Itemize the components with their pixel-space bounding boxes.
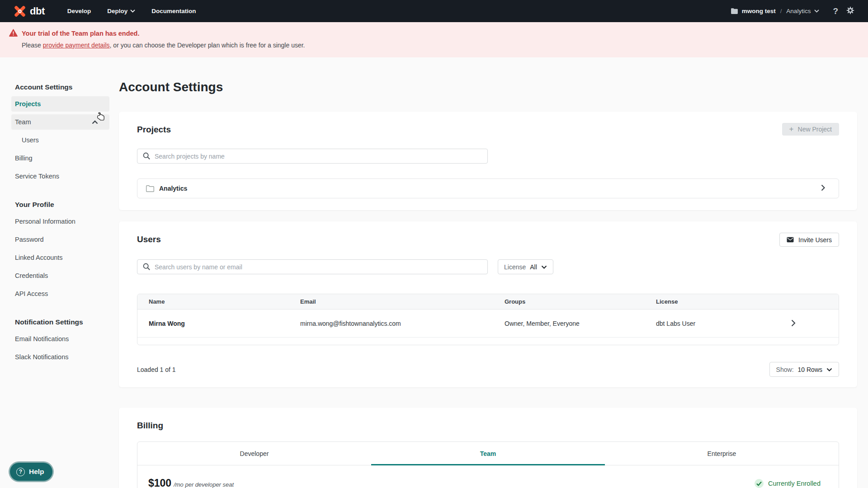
page-title: Account Settings	[119, 78, 223, 96]
plan-price: $100 /mo per developer seat	[148, 477, 234, 488]
sidebar: Account Settings Projects Team Users Bil…	[11, 78, 109, 367]
license-filter[interactable]: License All	[498, 259, 553, 274]
payment-details-link[interactable]: provide payment details	[43, 42, 110, 49]
users-section: Users Invite Users License All Name Emai…	[119, 221, 857, 387]
help-icon[interactable]: ?	[833, 6, 838, 16]
projects-section: Projects + New Project Analytics	[119, 112, 857, 210]
dbt-logo[interactable]: dbt	[13, 5, 45, 18]
sidebar-item-billing[interactable]: Billing	[11, 150, 109, 166]
sidebar-item-projects[interactable]: Projects	[11, 96, 109, 112]
sidebar-item-personal-information[interactable]: Personal Information	[11, 214, 109, 229]
column-groups: Groups	[493, 298, 645, 305]
sidebar-item-linked-accounts[interactable]: Linked Accounts	[11, 250, 109, 265]
folder-icon	[146, 185, 155, 192]
chevron-down-icon	[826, 368, 832, 371]
chevron-right-icon	[791, 319, 796, 328]
chevron-down-icon	[541, 265, 547, 269]
users-table: Name Email Groups License Mirna Wong mir…	[137, 294, 839, 345]
top-nav: dbt Develop Deploy Documentation mwong t…	[0, 0, 868, 22]
new-project-button[interactable]: + New Project	[782, 123, 839, 136]
invite-users-button[interactable]: Invite Users	[779, 233, 839, 247]
sidebar-heading-notification-settings: Notification Settings	[11, 313, 109, 331]
price-amount: $100	[148, 477, 171, 488]
search-icon	[142, 263, 151, 272]
sidebar-heading-account-settings: Account Settings	[11, 78, 109, 96]
tab-developer[interactable]: Developer	[137, 442, 371, 465]
folder-icon	[731, 8, 738, 14]
question-icon: ?	[16, 468, 25, 476]
show-rows-dropdown[interactable]: Show: 10 Rows	[769, 362, 839, 377]
users-footer: Loaded 1 of 1 Show: 10 Rows	[137, 362, 839, 377]
user-groups: Owner, Member, Everyone	[493, 320, 645, 327]
billing-tabs: Developer Team Enterprise	[137, 442, 839, 465]
user-email: mirna.wong@fishtownanalytics.com	[289, 320, 493, 327]
user-name: Mirna Wong	[137, 320, 289, 327]
help-button[interactable]: ? Help	[10, 463, 52, 481]
nav-develop[interactable]: Develop	[67, 8, 91, 14]
sidebar-item-service-tokens[interactable]: Service Tokens	[11, 169, 109, 184]
nav-documentation[interactable]: Documentation	[151, 8, 196, 14]
sidebar-heading-your-profile: Your Profile	[11, 196, 109, 214]
project-name: Analytics	[786, 8, 811, 14]
tab-enterprise[interactable]: Enterprise	[605, 442, 839, 465]
envelope-icon	[787, 237, 794, 243]
projects-search-input[interactable]	[137, 149, 488, 164]
sidebar-item-password[interactable]: Password	[11, 232, 109, 247]
users-heading: Users	[137, 234, 839, 245]
gear-icon[interactable]	[846, 6, 854, 16]
billing-heading: Billing	[137, 420, 839, 431]
account-name: mwong test	[742, 8, 776, 14]
project-row-analytics[interactable]: Analytics	[137, 178, 839, 198]
sidebar-item-users[interactable]: Users	[11, 132, 109, 148]
nav-deploy[interactable]: Deploy	[107, 8, 135, 14]
sidebar-item-team[interactable]: Team	[11, 114, 109, 130]
brand-text: dbt	[30, 5, 45, 17]
banner-title: Your trial of the Team plan has ended.	[22, 28, 859, 38]
breadcrumb-separator: /	[779, 8, 783, 14]
column-name: Name	[137, 298, 289, 305]
sidebar-item-credentials[interactable]: Credentials	[11, 268, 109, 283]
trial-ended-banner: Your trial of the Team plan has ended. P…	[0, 22, 868, 57]
sidebar-item-slack-notifications[interactable]: Slack Notifications	[11, 349, 109, 365]
enrolled-status: Currently Enrolled	[754, 479, 821, 488]
nav-right: mwong test / Analytics ?	[731, 6, 854, 16]
plus-icon: +	[789, 125, 794, 134]
search-icon	[142, 152, 151, 162]
users-search	[137, 259, 488, 274]
users-search-input[interactable]	[137, 259, 488, 274]
check-circle-icon	[754, 479, 764, 488]
banner-body: Please provide payment details, or you c…	[22, 40, 859, 50]
billing-plans: Developer Team Enterprise $100 /mo per d…	[137, 441, 839, 488]
project-name: Analytics	[159, 185, 187, 192]
user-row[interactable]: Mirna Wong mirna.wong@fishtownanalytics.…	[137, 310, 839, 338]
warning-icon	[9, 29, 18, 38]
dbt-logo-icon	[13, 5, 27, 18]
user-license: dbt Labs User	[645, 320, 839, 327]
price-suffix: /mo per developer seat	[174, 481, 234, 488]
billing-plan-details: $100 /mo per developer seat Currently En…	[137, 465, 839, 488]
projects-search	[137, 149, 488, 164]
column-license: License	[645, 298, 839, 305]
mouse-cursor	[97, 112, 108, 125]
sidebar-item-email-notifications[interactable]: Email Notifications	[11, 331, 109, 347]
chevron-right-icon	[821, 184, 825, 193]
sidebar-item-api-access[interactable]: API Access	[11, 286, 109, 301]
account-switcher[interactable]: mwong test / Analytics	[731, 8, 820, 14]
nav-links: Develop Deploy Documentation	[67, 8, 196, 14]
column-email: Email	[289, 298, 493, 305]
billing-section: Billing Developer Team Enterprise $100 /…	[119, 408, 857, 488]
tab-team[interactable]: Team	[371, 442, 605, 465]
chevron-down-icon	[130, 9, 135, 13]
chevron-down-icon	[814, 9, 819, 13]
projects-heading: Projects	[137, 124, 839, 135]
loaded-count: Loaded 1 of 1	[137, 366, 176, 373]
users-filters: License All	[137, 259, 839, 274]
users-table-header: Name Email Groups License	[137, 294, 839, 310]
